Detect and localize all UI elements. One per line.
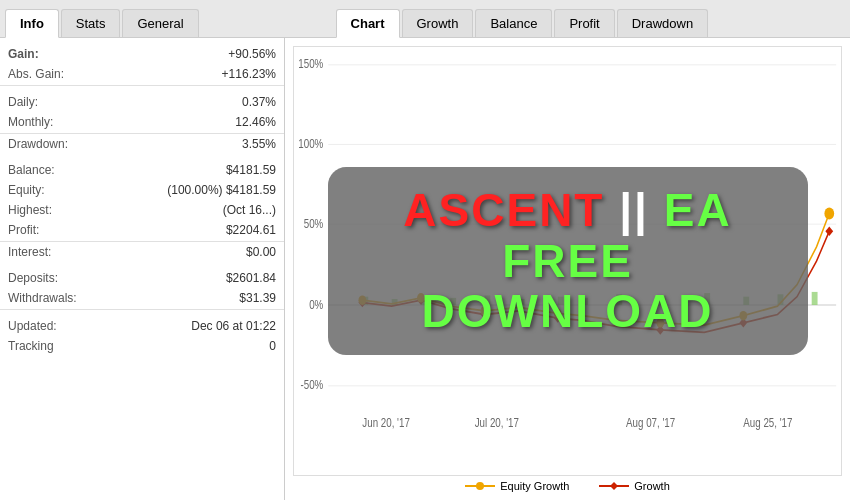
chart-legend: Equity Growth Growth bbox=[293, 480, 842, 492]
gain-label: Gain: bbox=[0, 44, 115, 64]
right-tabs: Chart Growth Balance Profit Drawdown bbox=[336, 9, 711, 37]
withdrawals-value: $31.39 bbox=[115, 288, 284, 310]
svg-text:Aug 07, '17: Aug 07, '17 bbox=[626, 417, 675, 430]
tab-growth[interactable]: Growth bbox=[402, 9, 474, 37]
tab-profit[interactable]: Profit bbox=[554, 9, 614, 37]
info-table: Gain: +90.56% Abs. Gain: +116.23% Daily:… bbox=[0, 44, 284, 356]
highest-label: Highest: bbox=[0, 200, 115, 220]
left-panel: Gain: +90.56% Abs. Gain: +116.23% Daily:… bbox=[0, 38, 285, 500]
abs-gain-label: Abs. Gain: bbox=[0, 64, 115, 86]
profit-label: Profit: bbox=[0, 220, 115, 242]
profit-value: $2204.61 bbox=[115, 220, 284, 242]
tracking-label: Tracking bbox=[0, 336, 115, 356]
left-tabs: Info Stats General bbox=[5, 9, 201, 37]
main-content: Gain: +90.56% Abs. Gain: +116.23% Daily:… bbox=[0, 38, 850, 500]
tab-stats[interactable]: Stats bbox=[61, 9, 121, 37]
monthly-label: Monthly: bbox=[0, 112, 115, 134]
balance-label: Balance: bbox=[0, 160, 115, 180]
chart-area: 150% 100% 50% 0% -50% Jun 20, '17 Jul 20… bbox=[293, 46, 842, 476]
banner-pipe: || bbox=[619, 184, 664, 236]
banner-line1: ASCENT || EA bbox=[368, 185, 768, 236]
svg-text:100%: 100% bbox=[298, 137, 323, 150]
banner-line2: FREE DOWNLOAD bbox=[368, 236, 768, 337]
svg-rect-27 bbox=[812, 292, 818, 305]
tab-info[interactable]: Info bbox=[5, 9, 59, 38]
svg-marker-45 bbox=[610, 482, 618, 490]
equity-value: (100.00%) $4181.59 bbox=[115, 180, 284, 200]
overlay-banner: ASCENT || EA FREE DOWNLOAD bbox=[328, 167, 808, 355]
right-panel: 150% 100% 50% 0% -50% Jun 20, '17 Jul 20… bbox=[285, 38, 850, 500]
svg-text:0%: 0% bbox=[309, 298, 323, 311]
gain-value: +90.56% bbox=[115, 44, 284, 64]
svg-point-43 bbox=[476, 482, 484, 490]
tab-drawdown[interactable]: Drawdown bbox=[617, 9, 708, 37]
tracking-value: 0 bbox=[115, 336, 284, 356]
svg-text:-50%: -50% bbox=[301, 378, 324, 391]
interest-value: $0.00 bbox=[115, 242, 284, 263]
deposits-value: $2601.84 bbox=[115, 268, 284, 288]
svg-text:Aug 25, '17: Aug 25, '17 bbox=[743, 417, 792, 430]
highest-value: (Oct 16...) bbox=[115, 200, 284, 220]
top-bar: Info Stats General Chart Growth Balance … bbox=[0, 0, 850, 38]
balance-value: $4181.59 bbox=[115, 160, 284, 180]
updated-label: Updated: bbox=[0, 316, 115, 336]
svg-point-41 bbox=[824, 208, 834, 220]
interest-label: Interest: bbox=[0, 242, 115, 263]
equity-label: Equity: bbox=[0, 180, 115, 200]
legend-growth-label: Growth bbox=[634, 480, 669, 492]
daily-label: Daily: bbox=[0, 92, 115, 112]
legend-growth-line bbox=[599, 481, 629, 491]
legend-equity-growth: Equity Growth bbox=[465, 480, 569, 492]
banner-ascent: ASCENT bbox=[403, 184, 604, 236]
withdrawals-label: Withdrawals: bbox=[0, 288, 115, 310]
deposits-label: Deposits: bbox=[0, 268, 115, 288]
svg-text:Jul 20, '17: Jul 20, '17 bbox=[475, 417, 519, 430]
updated-value: Dec 06 at 01:22 bbox=[115, 316, 284, 336]
legend-equity-label: Equity Growth bbox=[500, 480, 569, 492]
legend-equity-line bbox=[465, 481, 495, 491]
drawdown-label: Drawdown: bbox=[0, 134, 115, 155]
svg-marker-34 bbox=[825, 227, 833, 237]
monthly-value: 12.46% bbox=[115, 112, 284, 134]
tab-chart[interactable]: Chart bbox=[336, 9, 400, 38]
svg-text:50%: 50% bbox=[304, 217, 324, 230]
svg-text:Jun 20, '17: Jun 20, '17 bbox=[362, 417, 409, 430]
banner-ea: EA bbox=[664, 184, 732, 236]
svg-text:150%: 150% bbox=[298, 57, 323, 70]
daily-value: 0.37% bbox=[115, 92, 284, 112]
legend-growth: Growth bbox=[599, 480, 669, 492]
drawdown-value: 3.55% bbox=[115, 134, 284, 155]
tab-general[interactable]: General bbox=[122, 9, 198, 37]
abs-gain-value: +116.23% bbox=[115, 64, 284, 86]
tab-balance[interactable]: Balance bbox=[475, 9, 552, 37]
